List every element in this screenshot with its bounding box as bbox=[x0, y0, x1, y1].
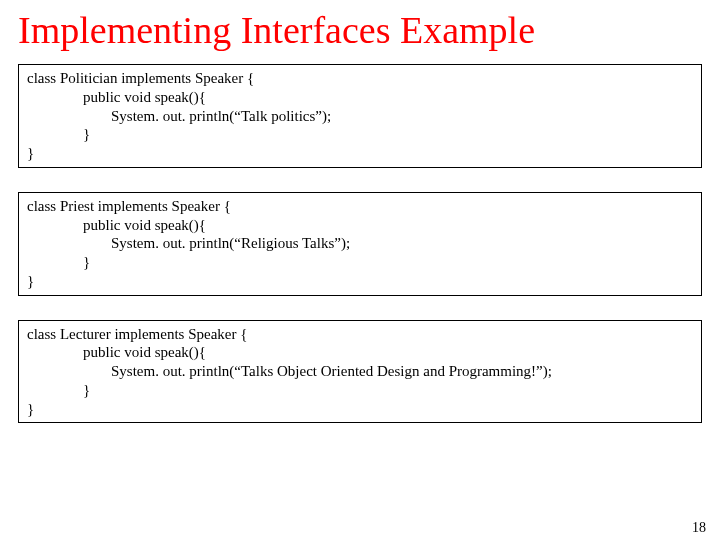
code-line: public void speak(){ bbox=[83, 88, 693, 107]
slide-title: Implementing Interfaces Example bbox=[18, 8, 702, 52]
code-line: } bbox=[83, 253, 693, 272]
code-block-lecturer: class Lecturer implements Speaker { publ… bbox=[18, 320, 702, 424]
slide-content: Implementing Interfaces Example class Po… bbox=[0, 0, 720, 423]
code-line: } bbox=[27, 400, 693, 419]
code-block-priest: class Priest implements Speaker { public… bbox=[18, 192, 702, 296]
code-line: System. out. println(“Religious Talks”); bbox=[111, 234, 693, 253]
code-line: class Lecturer implements Speaker { bbox=[27, 325, 693, 344]
code-line: class Politician implements Speaker { bbox=[27, 69, 693, 88]
page-number: 18 bbox=[692, 520, 706, 536]
code-line: } bbox=[27, 144, 693, 163]
code-block-politician: class Politician implements Speaker { pu… bbox=[18, 64, 702, 168]
code-line: } bbox=[83, 381, 693, 400]
code-line: public void speak(){ bbox=[83, 343, 693, 362]
code-line: public void speak(){ bbox=[83, 216, 693, 235]
code-line: System. out. println(“Talks Object Orien… bbox=[111, 362, 693, 381]
code-line: System. out. println(“Talk politics”); bbox=[111, 107, 693, 126]
code-line: } bbox=[27, 272, 693, 291]
code-line: class Priest implements Speaker { bbox=[27, 197, 693, 216]
code-line: } bbox=[83, 125, 693, 144]
